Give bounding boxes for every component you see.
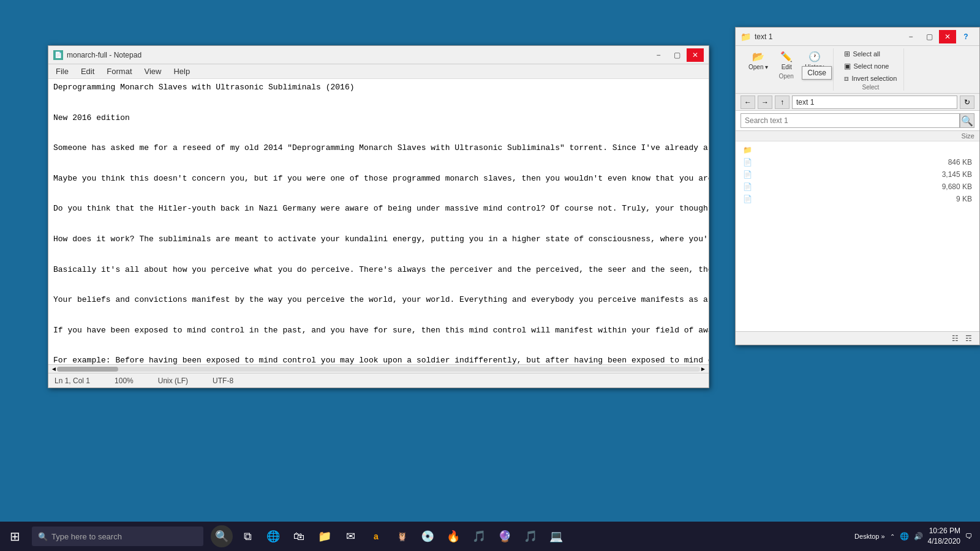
ribbon-open-button[interactable]: 📂 Open ▾ bbox=[743, 48, 774, 73]
open-label: Open ▾ bbox=[748, 64, 768, 70]
taskbar-icon-edge[interactable]: 🌐 bbox=[262, 525, 284, 547]
taskbar-search[interactable]: 🔍 Type here to search bbox=[32, 527, 203, 546]
volume-icon: 🔊 bbox=[914, 532, 923, 541]
scroll-thumb[interactable] bbox=[57, 367, 118, 372]
menu-format[interactable]: Format bbox=[102, 66, 137, 77]
close-button[interactable]: ✕ bbox=[687, 48, 704, 62]
explorer-maximize-button[interactable]: ▢ bbox=[921, 30, 938, 43]
explorer-minimize-button[interactable]: − bbox=[902, 30, 919, 43]
list-item[interactable]: 📁 bbox=[738, 144, 977, 156]
ribbon-select-buttons: ⊞ Select all ▣ Select none ⧈ Invert sele… bbox=[841, 48, 900, 84]
menu-edit[interactable]: Edit bbox=[76, 66, 99, 77]
taskbar-icon-taskview[interactable]: ⧉ bbox=[236, 525, 258, 547]
content-line-6: Maybe you think this doesn't concern you… bbox=[53, 173, 704, 186]
menu-view[interactable]: View bbox=[140, 66, 167, 77]
file-list-header: Size bbox=[736, 131, 979, 141]
taskbar-icon-explorer[interactable]: 📁 bbox=[314, 525, 336, 547]
taskbar-icon-firefox[interactable]: 🔥 bbox=[442, 525, 464, 547]
select-all-grid-icon: ⊞ bbox=[844, 50, 850, 58]
content-line-7 bbox=[53, 188, 704, 201]
file-size-3: 9,680 KB bbox=[923, 182, 972, 191]
taskbar-icon-tripadvisor[interactable]: 🦉 bbox=[391, 525, 413, 547]
invert-selection-icon: ⧈ bbox=[844, 74, 849, 83]
taskbar: ⊞ 🔍 Type here to search 🔍 ⧉ 🌐 🛍 📁 ✉ a 🦉 … bbox=[0, 522, 980, 551]
content-line-5 bbox=[53, 157, 704, 170]
content-line-11 bbox=[53, 249, 704, 261]
ribbon-select-group: ⊞ Select all ▣ Select none ⧈ Invert sele… bbox=[837, 48, 904, 91]
explorer-search-bar: 🔍 bbox=[736, 111, 979, 131]
file-name-3: 📄 bbox=[743, 182, 923, 191]
taskbar-icon-daemon[interactable]: 💿 bbox=[417, 525, 439, 547]
explorer-help-button[interactable]: ? bbox=[957, 30, 974, 43]
content-line-14: Your beliefs and convictions manifest by… bbox=[53, 294, 704, 307]
scroll-track[interactable] bbox=[57, 367, 700, 372]
scroll-left-arrow[interactable]: ◄ bbox=[51, 365, 57, 372]
taskbar-right: Desktop » ⌃ 🌐 🔊 10:26 PM 4/18/2020 🗨 bbox=[847, 526, 980, 547]
content-line-17 bbox=[53, 340, 704, 353]
taskbar-icon-cortana[interactable]: 🔍 bbox=[211, 525, 233, 547]
minimize-button[interactable]: − bbox=[650, 48, 667, 62]
line-ending: Unix (LF) bbox=[158, 377, 188, 385]
taskbar-icon-flameshot[interactable]: 🔮 bbox=[494, 525, 516, 547]
start-button[interactable]: ⊞ bbox=[0, 522, 29, 551]
explorer-close-button[interactable]: ✕ bbox=[939, 30, 956, 43]
taskbar-icon-vlc[interactable]: 🎵 bbox=[468, 525, 490, 547]
list-item[interactable]: 📄 9,680 KB bbox=[738, 181, 977, 193]
details-view-button[interactable]: ☷ bbox=[949, 332, 961, 345]
titlebar-controls: − ▢ ✕ bbox=[650, 48, 704, 62]
refresh-button[interactable]: ↻ bbox=[960, 96, 974, 109]
nav-forward-button[interactable]: → bbox=[758, 96, 772, 109]
menu-help[interactable]: Help bbox=[168, 66, 195, 77]
notepad-content[interactable]: Deprogramming Monarch Slaves with Ultras… bbox=[48, 79, 709, 364]
horizontal-scrollbar[interactable]: ◄ ► bbox=[48, 364, 709, 373]
taskbar-icon-amazon[interactable]: a bbox=[365, 525, 387, 547]
taskbar-icon-clementine[interactable]: 🎵 bbox=[519, 525, 541, 547]
ribbon-select-all-button[interactable]: ⊞ Select all bbox=[841, 48, 900, 59]
notepad-app-icon: 📄 bbox=[53, 50, 63, 60]
scroll-right-arrow[interactable]: ► bbox=[700, 365, 706, 372]
explorer-title-left: 📁 text 1 bbox=[741, 32, 772, 42]
ribbon-edit-button[interactable]: ✏️ Edit bbox=[775, 48, 798, 73]
list-item[interactable]: 📄 3,145 KB bbox=[738, 168, 977, 181]
name-column-header bbox=[741, 132, 925, 140]
file-name-1: 📄 bbox=[743, 158, 923, 167]
size-column-header: Size bbox=[925, 132, 974, 140]
taskbar-clock[interactable]: 10:26 PM 4/18/2020 bbox=[928, 526, 960, 547]
content-line-10: How does it work? The subliminals are me… bbox=[53, 233, 704, 246]
content-line-12: Basically it's all about how you perceiv… bbox=[53, 264, 704, 277]
address-bar[interactable]: text 1 bbox=[792, 96, 957, 109]
system-tray-chevron[interactable]: ⌃ bbox=[890, 533, 895, 540]
file-name-2: 📄 bbox=[743, 170, 923, 179]
taskbar-app-icons: 🔍 ⧉ 🌐 🛍 📁 ✉ a 🦉 💿 🔥 🎵 🔮 🎵 💻 bbox=[206, 525, 847, 547]
ribbon-invert-selection-button[interactable]: ⧈ Invert selection bbox=[841, 73, 900, 84]
history-icon: 🕐 bbox=[809, 51, 821, 62]
menu-file[interactable]: File bbox=[51, 66, 74, 77]
notification-icon[interactable]: 🗨 bbox=[965, 532, 973, 541]
select-none-grid-icon: ▣ bbox=[844, 62, 851, 70]
close-tooltip-text: Close bbox=[807, 69, 826, 77]
list-item[interactable]: 📄 846 KB bbox=[738, 156, 977, 168]
tiles-view-button[interactable]: ☶ bbox=[962, 332, 974, 345]
content-line-0: Deprogramming Monarch Slaves with Ultras… bbox=[53, 81, 704, 94]
taskbar-icon-mail[interactable]: ✉ bbox=[339, 525, 361, 547]
list-item[interactable]: 📄 9 KB bbox=[738, 193, 977, 205]
nav-back-button[interactable]: ← bbox=[741, 96, 755, 109]
open-icon: 📂 bbox=[752, 51, 764, 62]
zoom-level: 100% bbox=[115, 377, 134, 385]
status-bar: Ln 1, Col 1 100% Unix (LF) UTF-8 bbox=[48, 373, 709, 388]
explorer-toolbar: ← → ↑ text 1 ↻ bbox=[736, 94, 979, 111]
file-size-1: 846 KB bbox=[923, 158, 972, 167]
network-icon: 🌐 bbox=[900, 532, 909, 541]
nav-up-button[interactable]: ↑ bbox=[775, 96, 790, 109]
maximize-button[interactable]: ▢ bbox=[668, 48, 685, 62]
content-line-3 bbox=[53, 127, 704, 140]
taskbar-icon-extra[interactable]: 💻 bbox=[545, 525, 567, 547]
clock-time: 10:26 PM bbox=[928, 526, 960, 536]
search-button[interactable]: 🔍 bbox=[960, 113, 974, 128]
content-line-8: Do you think that the Hitler-youth back … bbox=[53, 203, 704, 216]
file-list: 📁 📄 846 KB 📄 3,145 KB 📄 9,680 KB 📄 9 KB bbox=[736, 141, 979, 331]
ribbon-select-none-button[interactable]: ▣ Select none bbox=[841, 61, 900, 72]
search-input[interactable] bbox=[741, 113, 960, 128]
taskbar-icon-store[interactable]: 🛍 bbox=[288, 525, 310, 547]
menu-bar: File Edit Format View Help bbox=[48, 64, 709, 79]
